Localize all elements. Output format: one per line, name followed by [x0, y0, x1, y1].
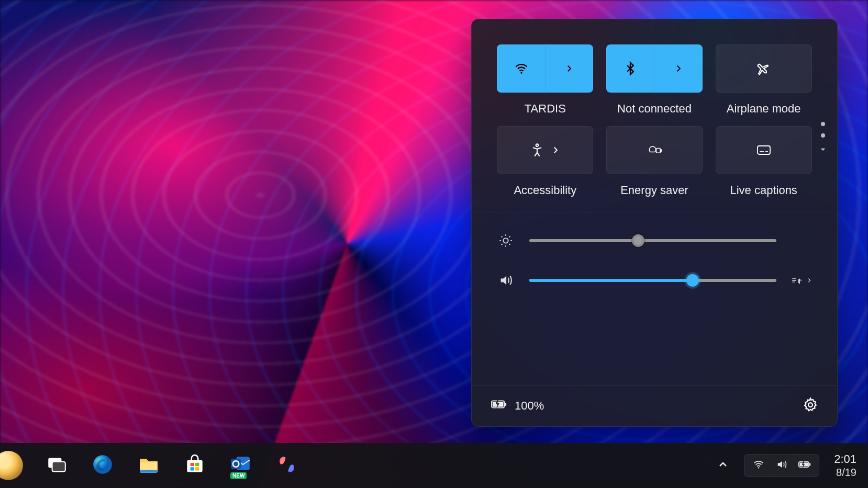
- edge-button[interactable]: [90, 453, 115, 478]
- store-icon: [184, 453, 206, 478]
- clock-date: 8/19: [834, 466, 856, 479]
- svg-rect-26: [809, 463, 811, 466]
- quick-settings-page-indicator[interactable]: [818, 122, 828, 156]
- microsoft-store-button[interactable]: [182, 453, 207, 478]
- battery-status[interactable]: 100%: [491, 399, 544, 413]
- svg-rect-4: [758, 146, 770, 154]
- accessibility-toggle[interactable]: [497, 126, 593, 174]
- file-explorer-button[interactable]: [136, 453, 161, 478]
- bluetooth-toggle[interactable]: [606, 44, 703, 93]
- taskbar-clock[interactable]: 2:01 8/19: [834, 452, 856, 479]
- bluetooth-tile: Not connected: [606, 44, 703, 116]
- live-captions-tile: Live captions: [715, 126, 812, 197]
- bluetooth-toggle-main[interactable]: [607, 45, 655, 92]
- svg-rect-3: [660, 150, 661, 152]
- bluetooth-expand[interactable]: [654, 45, 702, 92]
- energy-saver-toggle[interactable]: [606, 126, 703, 174]
- start-button[interactable]: [0, 451, 23, 480]
- tray-overflow-button[interactable]: [717, 458, 729, 473]
- wifi-icon: [752, 459, 765, 472]
- svg-point-24: [758, 467, 759, 468]
- chevron-right-icon: [674, 64, 683, 73]
- live-captions-label: Live captions: [730, 184, 797, 197]
- svg-rect-2: [656, 149, 660, 153]
- airplane-tile: Airplane mode: [715, 44, 812, 116]
- svg-rect-17: [191, 463, 194, 466]
- new-badge: NEW: [230, 472, 247, 479]
- volume-icon: [497, 273, 515, 288]
- svg-rect-18: [195, 463, 199, 466]
- energy-saver-label: Energy saver: [620, 184, 688, 197]
- volume-slider[interactable]: [497, 273, 812, 288]
- volume-icon: [775, 459, 788, 472]
- wifi-toggle-main[interactable]: [497, 45, 546, 92]
- brightness-icon: [497, 233, 515, 248]
- airplane-label: Airplane mode: [727, 102, 801, 116]
- svg-point-11: [808, 403, 813, 407]
- airplane-icon: [756, 61, 771, 76]
- svg-point-0: [520, 72, 522, 74]
- airplane-toggle[interactable]: [716, 44, 812, 93]
- bluetooth-icon: [623, 61, 638, 76]
- accessibility-tile: Accessibility: [497, 126, 594, 197]
- svg-rect-15: [140, 470, 158, 473]
- edge-icon: [92, 453, 114, 478]
- accessibility-label: Accessibility: [514, 184, 576, 197]
- wifi-label: TARDIS: [525, 102, 566, 116]
- quick-settings-sliders: [472, 212, 837, 307]
- outlook-button[interactable]: NEW: [228, 453, 253, 478]
- svg-rect-16: [187, 460, 202, 472]
- folder-icon: [138, 453, 160, 478]
- svg-rect-13: [52, 462, 65, 472]
- svg-rect-9: [505, 403, 506, 406]
- gear-icon: [803, 405, 818, 414]
- svg-point-14: [93, 455, 112, 474]
- accessibility-icon: [530, 143, 544, 157]
- chevron-down-icon[interactable]: [818, 145, 828, 156]
- svg-rect-20: [195, 467, 199, 470]
- clock-time: 2:01: [834, 452, 856, 466]
- wifi-tile: TARDIS: [497, 44, 594, 116]
- svg-rect-19: [191, 467, 194, 470]
- taskbar: NEW: [0, 443, 868, 488]
- settings-button[interactable]: [803, 397, 818, 415]
- audio-output-button[interactable]: [791, 275, 812, 286]
- quick-settings-tiles: TARDIS Not connected: [472, 19, 837, 212]
- wifi-expand[interactable]: [546, 45, 593, 92]
- system-tray[interactable]: [744, 454, 819, 477]
- copilot-icon: [276, 453, 298, 478]
- svg-point-1: [536, 144, 539, 146]
- chevron-right-icon: [551, 145, 560, 155]
- wifi-toggle[interactable]: [497, 44, 593, 93]
- page-dot: [821, 133, 825, 138]
- quick-settings-panel: TARDIS Not connected: [471, 19, 838, 427]
- brightness-track[interactable]: [529, 239, 776, 242]
- battery-icon: [491, 399, 507, 413]
- battery-icon: [798, 459, 811, 472]
- bluetooth-label: Not connected: [617, 102, 692, 116]
- page-dot: [821, 122, 825, 126]
- wifi-icon: [514, 61, 529, 76]
- task-view-button[interactable]: [44, 453, 69, 478]
- quick-settings-footer: 100%: [472, 385, 837, 426]
- taskbar-right: 2:01 8/19: [717, 452, 868, 479]
- volume-thumb[interactable]: [686, 274, 699, 287]
- energy-saver-icon: [647, 143, 662, 157]
- brightness-slider[interactable]: [497, 233, 812, 248]
- task-view-icon: [46, 453, 68, 478]
- chevron-up-icon: [717, 463, 729, 472]
- brightness-thumb[interactable]: [632, 234, 644, 247]
- svg-point-7: [503, 238, 508, 243]
- energy-saver-tile: Energy saver: [606, 126, 703, 197]
- battery-percent: 100%: [515, 399, 544, 413]
- captions-icon: [756, 143, 771, 157]
- copilot-button[interactable]: [274, 453, 299, 478]
- volume-track[interactable]: [529, 279, 776, 282]
- live-captions-toggle[interactable]: [716, 126, 812, 174]
- chevron-right-icon: [564, 64, 574, 73]
- taskbar-left: NEW: [0, 451, 299, 480]
